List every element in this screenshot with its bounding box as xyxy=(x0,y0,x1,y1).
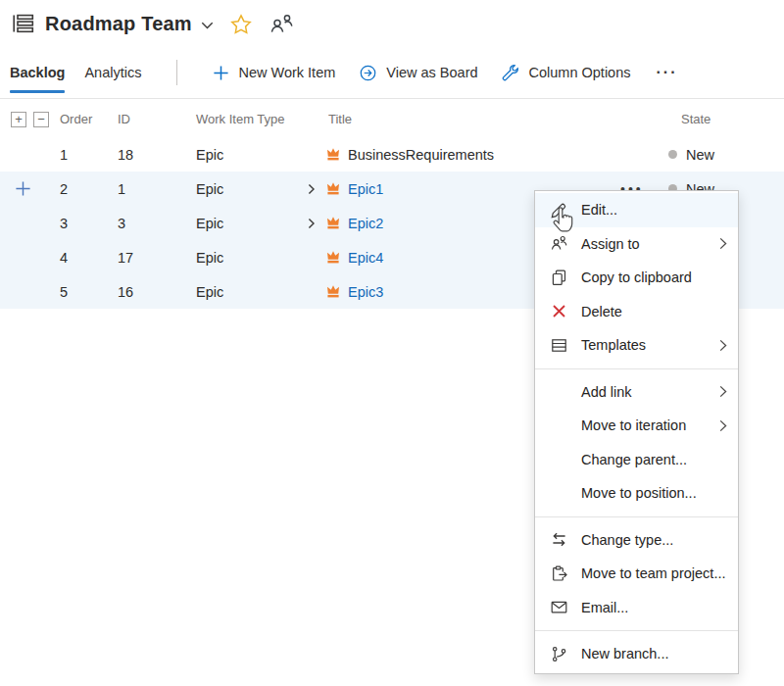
cell-id: 17 xyxy=(108,250,191,266)
menu-item-move-to-position[interactable]: Move to position... xyxy=(535,476,738,511)
cell-type: Epic xyxy=(191,216,306,231)
team-title: Roadmap Team xyxy=(45,13,192,35)
git-branch-icon xyxy=(550,645,568,663)
assign-people-icon xyxy=(550,234,568,253)
cell-type: Epic xyxy=(191,284,306,300)
submenu-chevron-icon xyxy=(719,339,727,352)
favorite-star-icon[interactable] xyxy=(229,13,253,36)
menu-item-label: Change parent... xyxy=(581,452,727,467)
menu-item-label: Templates xyxy=(581,337,719,353)
view-as-board-label: View as Board xyxy=(386,65,477,80)
copy-icon xyxy=(550,269,568,287)
submenu-chevron-icon xyxy=(719,385,727,398)
new-work-item-label: New Work Item xyxy=(238,65,335,80)
column-header-title[interactable]: Title xyxy=(306,112,608,126)
backlogs-icon xyxy=(12,13,35,34)
tab-backlog-label: Backlog xyxy=(10,65,65,80)
menu-separator xyxy=(535,630,738,631)
menu-item-label: Move to team project... xyxy=(581,565,727,581)
table-header: + − Order ID Work Item Type Title State xyxy=(0,101,784,137)
menu-item-email[interactable]: Email... xyxy=(535,591,738,625)
templates-icon xyxy=(550,336,568,355)
new-work-item-button[interactable]: New Work Item xyxy=(213,65,335,81)
epic-crown-icon xyxy=(325,147,341,162)
chevron-down-icon[interactable] xyxy=(201,22,214,29)
mouse-pointer-cursor xyxy=(552,206,575,233)
menu-item-label: New branch... xyxy=(581,646,727,662)
state-dot-icon xyxy=(668,150,677,159)
menu-item-label: Delete xyxy=(581,304,727,319)
menu-item-label: Add link xyxy=(581,384,719,400)
state-label: New xyxy=(686,147,714,163)
page-header: Roadmap Team xyxy=(0,0,784,47)
expand-all-button[interactable]: + xyxy=(11,112,26,127)
column-options-button[interactable]: Column Options xyxy=(502,64,631,82)
move-project-icon xyxy=(550,564,568,583)
epic-crown-icon xyxy=(325,284,341,299)
backlog-page: Roadmap Team Backlog Analytics xyxy=(0,0,784,686)
tab-analytics-label: Analytics xyxy=(84,65,141,80)
menu-item-copy-to-clipboard[interactable]: Copy to clipboard xyxy=(535,261,738,295)
submenu-chevron-icon xyxy=(719,419,727,432)
view-as-board-button[interactable]: View as Board xyxy=(359,64,477,82)
menu-item-add-link[interactable]: Add link xyxy=(535,375,738,410)
menu-item-change-parent[interactable]: Change parent... xyxy=(535,443,738,477)
column-header-type[interactable]: Work Item Type xyxy=(191,112,306,126)
swap-arrows-icon xyxy=(550,530,568,549)
team-members-icon[interactable] xyxy=(269,13,295,35)
column-header-id[interactable]: ID xyxy=(108,112,191,126)
add-child-button[interactable] xyxy=(15,180,31,197)
menu-item-new-branch[interactable]: New branch... xyxy=(535,637,738,671)
menu-item-label: Copy to clipboard xyxy=(581,270,727,285)
tab-analytics[interactable]: Analytics xyxy=(74,47,151,98)
epic-crown-icon xyxy=(325,250,341,265)
work-item-title-link[interactable]: Epic4 xyxy=(348,250,383,266)
work-item-title-link[interactable]: Epic1 xyxy=(348,181,383,197)
menu-item-templates[interactable]: Templates xyxy=(535,328,738,363)
cell-order: 1 xyxy=(55,147,108,163)
cell-id: 3 xyxy=(108,216,191,231)
menu-item-change-type[interactable]: Change type... xyxy=(535,523,738,558)
menu-separator xyxy=(535,516,738,517)
plus-icon xyxy=(213,65,229,81)
wrench-icon xyxy=(502,64,520,82)
menu-item-move-to-team-project[interactable]: Move to team project... xyxy=(535,557,738,591)
cell-id: 18 xyxy=(108,147,191,163)
epic-crown-icon xyxy=(325,216,341,230)
toolbar-divider xyxy=(176,60,177,85)
menu-item-label: Move to iteration xyxy=(581,417,719,433)
expand-chevron-icon[interactable] xyxy=(308,183,325,195)
envelope-icon xyxy=(550,598,568,616)
board-arrow-icon xyxy=(359,64,377,82)
cell-order: 5 xyxy=(55,284,108,300)
menu-item-label: Change type... xyxy=(581,532,727,548)
menu-item-label: Edit... xyxy=(581,202,727,218)
menu-item-label: Assign to xyxy=(581,236,719,252)
cell-order: 4 xyxy=(55,250,108,266)
command-bar: Backlog Analytics New Work Item View as … xyxy=(0,47,784,99)
work-item-title-link[interactable]: Epic2 xyxy=(348,216,383,231)
cell-type: Epic xyxy=(191,147,306,163)
work-item-title-link[interactable]: BusinessRequirements xyxy=(348,147,494,163)
cell-order: 2 xyxy=(55,181,108,197)
menu-item-delete[interactable]: Delete xyxy=(535,295,738,329)
column-header-state[interactable]: State xyxy=(655,112,784,126)
collapse-all-button[interactable]: − xyxy=(33,112,49,127)
work-item-title-link[interactable]: Epic3 xyxy=(348,284,383,300)
context-menu: Edit... Assign to xyxy=(534,190,739,674)
cell-id: 1 xyxy=(108,181,191,197)
menu-item-move-to-iteration[interactable]: Move to iteration xyxy=(535,409,738,443)
cell-order: 3 xyxy=(55,216,108,231)
menu-item-label: Move to position... xyxy=(581,485,727,501)
column-header-order[interactable]: Order xyxy=(55,112,108,126)
submenu-chevron-icon xyxy=(719,237,727,250)
more-actions-button[interactable]: ··· xyxy=(657,64,678,81)
expand-chevron-icon[interactable] xyxy=(308,218,325,229)
table-row[interactable]: 1 18 Epic BusinessRequirements New xyxy=(0,137,784,172)
menu-separator xyxy=(535,368,738,369)
epic-crown-icon xyxy=(325,181,341,196)
menu-item-label: Email... xyxy=(581,600,727,615)
tab-backlog[interactable]: Backlog xyxy=(0,47,74,98)
cell-type: Epic xyxy=(191,250,306,266)
cell-type: Epic xyxy=(191,181,306,197)
